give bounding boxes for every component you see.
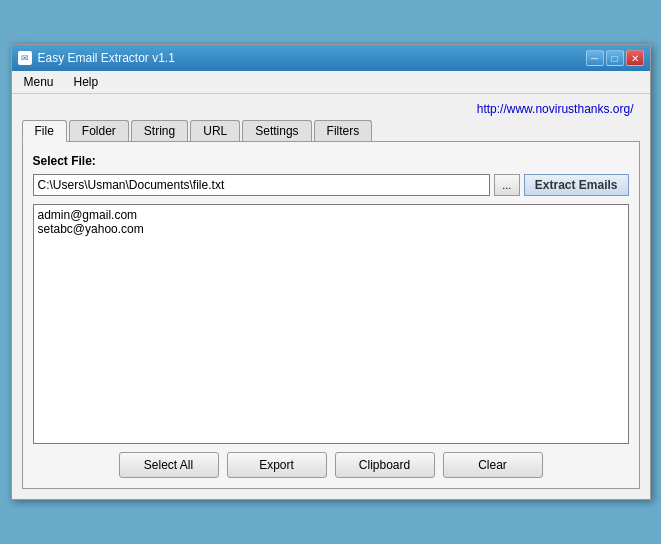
app-icon: ✉ (18, 51, 32, 65)
tab-file[interactable]: File (22, 120, 67, 142)
main-panel: Select File: ... Extract Emails admin@gm… (22, 142, 640, 489)
tab-url[interactable]: URL (190, 120, 240, 141)
select-all-button[interactable]: Select All (119, 452, 219, 478)
menu-item-menu[interactable]: Menu (16, 73, 62, 91)
tab-folder[interactable]: Folder (69, 120, 129, 141)
title-bar: ✉ Easy Email Extractor v1.1 ─ □ ✕ (12, 45, 650, 71)
title-bar-left: ✉ Easy Email Extractor v1.1 (18, 51, 175, 65)
extract-emails-button[interactable]: Extract Emails (524, 174, 629, 196)
link-bar: http://www.novirusthanks.org/ (22, 100, 640, 120)
clipboard-button[interactable]: Clipboard (335, 452, 435, 478)
tab-settings[interactable]: Settings (242, 120, 311, 141)
bottom-buttons: Select All Export Clipboard Clear (33, 452, 629, 478)
tab-filters[interactable]: Filters (314, 120, 373, 141)
results-container: admin@gmail.com setabc@yahoo.com (33, 204, 629, 444)
results-textarea[interactable]: admin@gmail.com setabc@yahoo.com (33, 204, 629, 444)
main-window: ✉ Easy Email Extractor v1.1 ─ □ ✕ Menu H… (11, 44, 651, 500)
maximize-button[interactable]: □ (606, 50, 624, 66)
tab-string[interactable]: String (131, 120, 188, 141)
browse-button[interactable]: ... (494, 174, 520, 196)
close-button[interactable]: ✕ (626, 50, 644, 66)
file-path-input[interactable] (33, 174, 490, 196)
tab-bar: File Folder String URL Settings Filters (22, 120, 640, 142)
window-title: Easy Email Extractor v1.1 (38, 51, 175, 65)
select-file-label: Select File: (33, 154, 629, 168)
title-buttons: ─ □ ✕ (586, 50, 644, 66)
menu-item-help[interactable]: Help (66, 73, 107, 91)
export-button[interactable]: Export (227, 452, 327, 478)
content-area: http://www.novirusthanks.org/ File Folde… (12, 94, 650, 499)
file-row: ... Extract Emails (33, 174, 629, 196)
menu-bar: Menu Help (12, 71, 650, 94)
minimize-button[interactable]: ─ (586, 50, 604, 66)
website-link[interactable]: http://www.novirusthanks.org/ (477, 102, 634, 116)
clear-button[interactable]: Clear (443, 452, 543, 478)
